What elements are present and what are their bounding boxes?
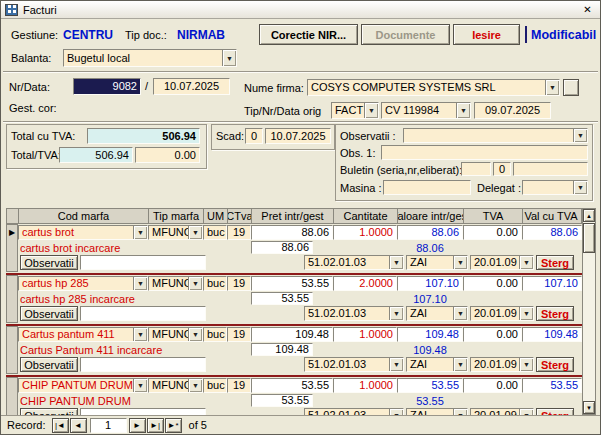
um-field[interactable]: buc <box>203 327 227 342</box>
row-selector[interactable]: ▶ <box>6 224 18 272</box>
buletin-seria-field[interactable] <box>461 162 491 176</box>
masina-field[interactable] <box>383 180 471 195</box>
valoare-field[interactable]: 53.55 <box>397 378 463 393</box>
close-icon[interactable]: ✕ <box>579 3 596 17</box>
balanta-combo[interactable]: Bugetul local ▼ <box>63 49 237 67</box>
ctva-field[interactable]: 19 <box>227 276 251 291</box>
sterg-button[interactable]: Sterg <box>536 408 574 415</box>
cont-combo[interactable]: 51.02.01.03 ▼ <box>304 408 404 415</box>
iesire-button[interactable]: Iesire <box>453 24 520 45</box>
val-cu-tva-field[interactable]: 53.55 <box>522 378 582 393</box>
pret-field[interactable]: 53.55 <box>251 276 333 291</box>
valoare-field[interactable]: 88.06 <box>397 225 463 240</box>
valoare2-field[interactable]: 53.55 <box>397 395 463 407</box>
um-field[interactable]: buc <box>203 276 227 291</box>
observatii-button[interactable]: Observatii <box>20 306 78 321</box>
chevron-down-icon[interactable]: ▼ <box>453 256 467 269</box>
tva-field[interactable]: 0.00 <box>463 378 522 393</box>
articol-combo[interactable]: 20.01.09 ▼ <box>470 306 534 321</box>
articol-combo[interactable]: 20.01.09 ▼ <box>470 408 534 415</box>
new-record-button[interactable]: ►* <box>165 418 182 433</box>
scrollbar-thumb[interactable] <box>583 223 595 253</box>
ctva-field[interactable]: 19 <box>227 378 251 393</box>
row-selector[interactable] <box>6 275 18 323</box>
descriere-field[interactable]: cartus brot incarcare <box>20 242 120 254</box>
scad-date-field[interactable]: 10.07.2025 <box>265 128 331 144</box>
cantitate-field[interactable]: 1.0000 <box>333 225 397 240</box>
chevron-down-icon[interactable]: ▼ <box>133 328 147 341</box>
buletin-eliberat-field[interactable] <box>513 162 588 176</box>
observatii-input[interactable] <box>80 408 206 415</box>
chevron-down-icon[interactable]: ▼ <box>188 379 202 392</box>
observatii-button[interactable]: Observatii <box>20 408 78 415</box>
val-cu-tva-field[interactable]: 107.10 <box>522 276 582 291</box>
tva-field[interactable]: 0.00 <box>463 327 522 342</box>
observatii-combo[interactable]: ▼ <box>403 128 588 143</box>
corectie-nir-button[interactable]: Corectie NIR... <box>259 24 358 45</box>
documente-button[interactable]: Documente <box>361 24 450 45</box>
chevron-down-icon[interactable]: ▼ <box>389 358 403 371</box>
tip-marfa-combo[interactable]: MFUNCT ▼ <box>148 378 203 393</box>
observatii-input[interactable] <box>80 357 206 372</box>
pret-field[interactable]: 109.48 <box>251 327 333 342</box>
val-cu-tva-field[interactable]: 88.06 <box>522 225 582 240</box>
chevron-down-icon[interactable]: ▼ <box>519 256 533 269</box>
chevron-down-icon[interactable]: ▼ <box>453 307 467 320</box>
cantitate-field[interactable]: 2.0000 <box>333 276 397 291</box>
obs1-field[interactable] <box>381 145 588 160</box>
pret2-field[interactable]: 88.06 <box>251 241 313 254</box>
cont-combo[interactable]: 51.02.01.03 ▼ <box>304 255 404 270</box>
tip-marfa-combo[interactable]: MFUNCT ▼ <box>148 276 203 291</box>
next-record-button[interactable]: ► <box>129 418 146 433</box>
pret2-field[interactable]: 53.55 <box>251 394 313 407</box>
chevron-down-icon[interactable]: ▼ <box>519 358 533 371</box>
cod-marfa-combo[interactable]: cartus brot ▼ <box>18 225 148 240</box>
observatii-input[interactable] <box>80 255 206 270</box>
pret-field[interactable]: 53.55 <box>251 378 333 393</box>
pret-field[interactable]: 88.06 <box>251 225 333 240</box>
nume-firma-combo[interactable]: COSYS COMPUTER SYSTEMS SRL ▼ <box>307 79 560 96</box>
last-record-button[interactable]: ►| <box>147 418 164 433</box>
scroll-down-icon[interactable]: ▼ <box>583 401 595 414</box>
val-cu-tva-field[interactable]: 109.48 <box>522 327 582 342</box>
chevron-down-icon[interactable]: ▼ <box>573 181 587 194</box>
pret2-field[interactable]: 53.55 <box>251 292 313 305</box>
current-record-field[interactable]: 1 <box>90 418 127 433</box>
descriere-field[interactable]: CHIP PANTUM DRUM <box>20 395 131 407</box>
buletin-nr-field[interactable]: 0 <box>493 162 511 176</box>
cont-combo[interactable]: 51.02.01.03 ▼ <box>304 357 404 372</box>
chevron-down-icon[interactable]: ▼ <box>389 307 403 320</box>
articol-combo[interactable]: 20.01.09 ▼ <box>470 357 534 372</box>
descriere-field[interactable]: Cartus Pantum 411 incarcare <box>20 344 162 356</box>
chevron-down-icon[interactable]: ▼ <box>188 277 202 290</box>
chevron-down-icon[interactable]: ▼ <box>364 103 378 118</box>
cod-marfa-combo[interactable]: cartus hp 285 ▼ <box>18 276 148 291</box>
um-field[interactable]: buc <box>203 225 227 240</box>
observatii-input[interactable] <box>80 306 206 321</box>
first-record-button[interactable]: |◄ <box>52 418 69 433</box>
chevron-down-icon[interactable]: ▼ <box>573 129 587 142</box>
gestiune-combo[interactable]: ZAI ▼ <box>406 357 468 372</box>
pret2-field[interactable]: 109.48 <box>251 343 313 356</box>
articol-combo[interactable]: 20.01.09 ▼ <box>470 255 534 270</box>
chevron-down-icon[interactable]: ▼ <box>389 256 403 269</box>
row-selector[interactable] <box>6 326 18 374</box>
valoare2-field[interactable]: 109.48 <box>397 344 463 356</box>
cod-marfa-combo[interactable]: Cartus pantum 411 ▼ <box>18 327 148 342</box>
sterg-button[interactable]: Sterg <box>536 306 574 321</box>
chevron-down-icon[interactable]: ▼ <box>456 103 470 118</box>
ctva-field[interactable]: 19 <box>227 327 251 342</box>
prev-record-button[interactable]: ◄ <box>70 418 87 433</box>
um-field[interactable]: buc <box>203 378 227 393</box>
cantitate-field[interactable]: 1.0000 <box>333 378 397 393</box>
gestiune-combo[interactable]: ZAI ▼ <box>406 306 468 321</box>
cont-combo[interactable]: 51.02.01.03 ▼ <box>304 306 404 321</box>
valoare-field[interactable]: 107.10 <box>397 276 463 291</box>
nume-firma-browse-button[interactable] <box>563 79 579 96</box>
chevron-down-icon[interactable]: ▼ <box>133 379 147 392</box>
nr-orig-combo[interactable]: CV 119984 ▼ <box>381 102 471 119</box>
data-field[interactable]: 10.07.2025 <box>153 78 230 95</box>
scad-field[interactable]: 0 <box>245 128 263 144</box>
ctva-field[interactable]: 19 <box>227 225 251 240</box>
valoare2-field[interactable]: 107.10 <box>397 293 463 305</box>
